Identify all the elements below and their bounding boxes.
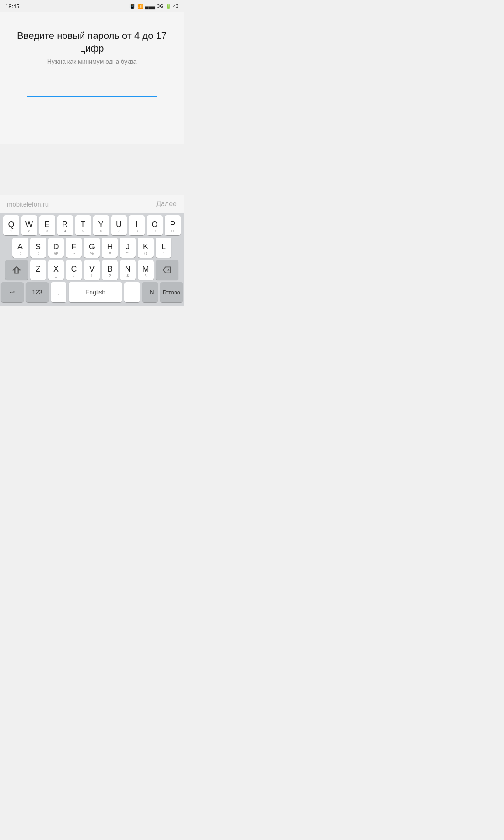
- next-button[interactable]: Далее: [156, 200, 177, 208]
- key-U[interactable]: U7: [111, 215, 127, 235]
- page-subtitle: Нужна как минимум одна буква: [10, 58, 173, 65]
- keyboard-row-2: A; S: D@ F~ G% H# J"" K() L': [1, 238, 183, 258]
- sym-key[interactable]: ~*: [1, 282, 24, 302]
- key-I[interactable]: I8: [129, 215, 145, 235]
- key-N[interactable]: N&: [120, 260, 136, 280]
- lang-key[interactable]: EN: [142, 282, 158, 302]
- key-F[interactable]: F~: [66, 238, 82, 258]
- page-title: Введите новый пароль от 4 до 17 цифр: [10, 30, 173, 55]
- comma-key[interactable]: ,: [51, 282, 66, 302]
- battery-level: 43: [173, 4, 178, 9]
- key-L[interactable]: L': [156, 238, 172, 258]
- footer-bar: mobitelefon.ru Далее: [0, 195, 184, 213]
- done-key[interactable]: Готово: [160, 282, 183, 302]
- key-P[interactable]: P0: [165, 215, 181, 235]
- keyboard-row-3: Z- X_ C... V! B? N& M\: [1, 260, 183, 280]
- battery-icon: 🔋: [165, 4, 172, 9]
- key-V[interactable]: V!: [84, 260, 100, 280]
- key-G[interactable]: G%: [84, 238, 100, 258]
- network-type: 3G: [157, 4, 164, 9]
- key-H[interactable]: H#: [102, 238, 118, 258]
- num-key[interactable]: 123: [26, 282, 49, 302]
- delete-key[interactable]: [156, 260, 178, 280]
- key-A[interactable]: A;: [12, 238, 28, 258]
- password-input[interactable]: [27, 83, 157, 97]
- key-M[interactable]: M\: [138, 260, 154, 280]
- signal-icon: ▄▄▄: [145, 4, 155, 9]
- shift-key[interactable]: [5, 260, 28, 280]
- key-Y[interactable]: Y6: [93, 215, 109, 235]
- watermark: mobitelefon.ru: [7, 200, 49, 208]
- wifi-icon: 📶: [137, 4, 144, 9]
- keyboard: Q1 W2 E3 R4 T5 Y6 U7 I8 O9 P0 A; S: D@ F…: [0, 213, 184, 306]
- key-S[interactable]: S:: [30, 238, 46, 258]
- key-X[interactable]: X_: [48, 260, 64, 280]
- key-R[interactable]: R4: [57, 215, 73, 235]
- key-J[interactable]: J"": [120, 238, 136, 258]
- key-Q[interactable]: Q1: [4, 215, 19, 235]
- keyboard-row-4: ~* 123 , English . EN Готово: [1, 282, 183, 302]
- key-E[interactable]: E3: [39, 215, 55, 235]
- status-icons: 📳 📶 ▄▄▄ 3G 🔋 43: [130, 4, 178, 9]
- key-C[interactable]: C...: [66, 260, 82, 280]
- keyboard-row-1: Q1 W2 E3 R4 T5 Y6 U7 I8 O9 P0: [1, 215, 183, 235]
- status-time: 18:45: [5, 3, 20, 10]
- key-W[interactable]: W2: [21, 215, 37, 235]
- key-K[interactable]: K(): [138, 238, 154, 258]
- bottom-area: mobitelefon.ru Далее Q1 W2 E3 R4 T5 Y6 U…: [0, 195, 184, 306]
- key-O[interactable]: O9: [147, 215, 163, 235]
- period-key[interactable]: .: [124, 282, 140, 302]
- key-T[interactable]: T5: [75, 215, 91, 235]
- space-key[interactable]: English: [69, 282, 122, 302]
- vibrate-icon: 📳: [130, 4, 136, 9]
- key-Z[interactable]: Z-: [30, 260, 46, 280]
- status-bar: 18:45 📳 📶 ▄▄▄ 3G 🔋 43: [0, 0, 184, 12]
- key-D[interactable]: D@: [48, 238, 64, 258]
- key-B[interactable]: B?: [102, 260, 118, 280]
- main-content: Введите новый пароль от 4 до 17 цифр Нуж…: [0, 12, 184, 144]
